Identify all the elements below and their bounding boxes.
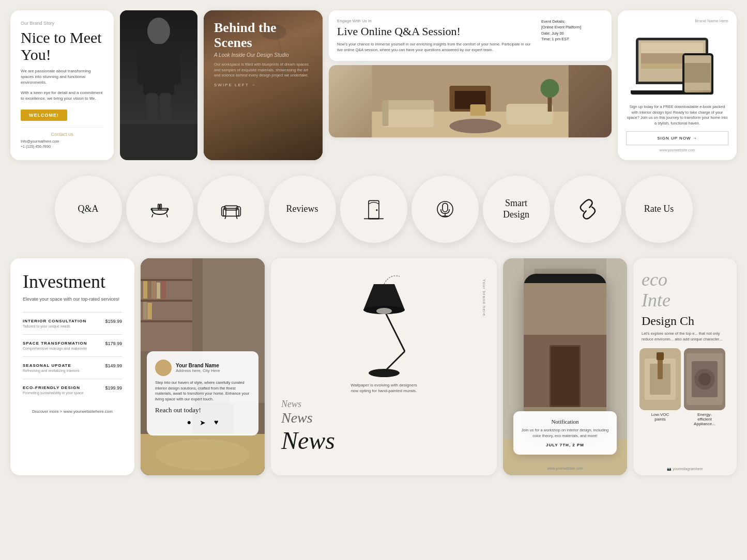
eco-label-2: Energy-efficientAppliance... bbox=[684, 410, 725, 426]
circle-qa[interactable]: Q&A bbox=[55, 176, 122, 243]
instagram-footer: 📷 yourinstagramhere bbox=[633, 467, 737, 471]
row2-circles: Q&A Review bbox=[10, 170, 737, 248]
svg-line-70 bbox=[384, 310, 405, 351]
qa-title: Live Online Q&A Session! bbox=[337, 25, 535, 38]
circle-link[interactable] bbox=[554, 176, 621, 243]
svg-rect-33 bbox=[151, 208, 168, 210]
circle-door[interactable] bbox=[340, 176, 407, 243]
tablet-content bbox=[684, 55, 710, 90]
svg-rect-5 bbox=[160, 93, 171, 119]
person-svg bbox=[133, 10, 185, 124]
circle-bathtub[interactable] bbox=[126, 176, 193, 243]
card-eco: eco Inte Design Ch Let's explore some of… bbox=[633, 258, 737, 475]
contact-phone: +1 (123) 456-7890 bbox=[21, 144, 103, 150]
share-icon[interactable]: ➤ bbox=[200, 418, 206, 427]
meet-body1: We are passionate about transforming spa… bbox=[21, 68, 103, 86]
svg-point-67 bbox=[156, 439, 249, 470]
eco-body: Let's explore some of the top e... that … bbox=[633, 331, 737, 348]
eco-title: eco Inte bbox=[633, 258, 737, 314]
signup-button[interactable]: SIGN UP NOW → bbox=[626, 131, 728, 145]
person-photo bbox=[120, 10, 197, 160]
main-container: Our Brand Story Nice to Meet You! We are… bbox=[0, 0, 747, 486]
card-meet: Our Brand Story Nice to Meet You! We are… bbox=[10, 10, 114, 160]
heart-icon[interactable]: ♥ bbox=[214, 418, 218, 427]
eco-photo-2 bbox=[684, 348, 725, 410]
energy-svg bbox=[684, 348, 725, 410]
behind-heading: Behind the Scenes bbox=[214, 21, 312, 50]
social-icons: ● ➤ ♥ bbox=[155, 418, 250, 427]
reach-out: Reach out today! bbox=[155, 406, 250, 414]
inv-price-1: $159.99 bbox=[105, 319, 122, 324]
circle-reviews-label: Reviews bbox=[286, 204, 318, 215]
circle-reviews[interactable]: Reviews bbox=[269, 176, 336, 243]
investment-title: Investment bbox=[23, 271, 122, 292]
svg-point-72 bbox=[369, 369, 400, 377]
card-investment: Investment Elevate your space with our t… bbox=[10, 258, 134, 475]
circle-rate-us[interactable]: Rate Us bbox=[626, 176, 693, 243]
svg-rect-61 bbox=[161, 281, 166, 299]
inv-desc-2: Comprehensive redesign and makeover bbox=[23, 347, 87, 350]
card-behind-content: Behind the Scenes A Look Inside Our Desi… bbox=[204, 10, 323, 98]
circle-smart-design[interactable]: SmartDesign bbox=[483, 176, 550, 243]
svg-rect-62 bbox=[143, 302, 147, 319]
svg-rect-2 bbox=[137, 45, 147, 84]
inv-price-2: $179.99 bbox=[105, 341, 122, 346]
brand-address: Address here, City Here bbox=[176, 368, 220, 373]
inv-label-4: ECO-FRIENDLY DESIGN bbox=[23, 385, 84, 390]
brand-card-header: Your Brand Name Address here, City Here bbox=[155, 360, 250, 376]
inv-desc-3: Refreshing and revitalizing interiors bbox=[23, 369, 79, 372]
phone-website-footer: www.yourwebsite.com bbox=[503, 466, 627, 470]
svg-rect-20 bbox=[383, 100, 434, 110]
svg-line-35 bbox=[166, 214, 167, 217]
svg-rect-4 bbox=[146, 93, 158, 119]
investment-item-1: INTERIOR CONSULTATION Tailored to your u… bbox=[23, 312, 122, 334]
circle-rate-us-label: Rate Us bbox=[644, 204, 674, 215]
circle-sofa[interactable] bbox=[197, 176, 265, 243]
inv-label-2: SPACE TRANSFORMATION bbox=[23, 341, 87, 346]
behind-body: Our workspace is filled with blueprints … bbox=[214, 62, 312, 79]
circle-mic[interactable] bbox=[411, 176, 479, 243]
svg-rect-58 bbox=[148, 282, 151, 299]
svg-point-25 bbox=[541, 79, 559, 98]
card-behind: Behind the Scenes A Look Inside Our Desi… bbox=[204, 10, 323, 160]
svg-point-73 bbox=[376, 308, 392, 314]
meet-headline: Nice to Meet You! bbox=[21, 29, 103, 63]
eco-heading: Design Ch bbox=[633, 314, 737, 328]
like-icon[interactable]: ● bbox=[187, 418, 191, 427]
behind-subtitle: A Look Inside Our Design Studio bbox=[214, 52, 312, 58]
svg-rect-3 bbox=[170, 45, 180, 84]
news-small: News bbox=[281, 399, 486, 410]
svg-point-92 bbox=[698, 373, 711, 385]
welcome-button[interactable]: WELCOME! bbox=[21, 110, 67, 121]
investment-discover: Discover more > www.yourwebsitehere.com bbox=[23, 409, 122, 414]
contact-label[interactable]: Contact us bbox=[21, 132, 103, 137]
svg-rect-57 bbox=[143, 281, 147, 299]
door-icon bbox=[361, 196, 387, 222]
svg-rect-56 bbox=[141, 320, 192, 322]
room-photo bbox=[329, 65, 612, 137]
brand-vertical: Your brand here. bbox=[482, 279, 486, 318]
eco-photo-item-2: Energy-efficientAppliance... bbox=[684, 348, 725, 426]
meet-body2: With a keen eye for detail and a commitm… bbox=[21, 90, 103, 101]
inv-label-1: INTERIOR CONSULTATION bbox=[23, 319, 86, 323]
sofa-icon bbox=[218, 196, 244, 222]
eco-label-1: Low-VOCpaints bbox=[639, 410, 681, 422]
svg-rect-55 bbox=[141, 300, 192, 302]
svg-line-71 bbox=[384, 351, 405, 372]
wallpaper-text: Wallpaper is evolving with designers now… bbox=[348, 382, 420, 394]
inv-price-3: $149.99 bbox=[105, 363, 122, 368]
brand-avatar bbox=[155, 360, 172, 376]
investment-item-3: SEASONAL UPDATE Refreshing and revitaliz… bbox=[23, 356, 122, 379]
tablet-screen bbox=[684, 55, 711, 92]
bathtub-icon bbox=[147, 196, 173, 222]
svg-rect-60 bbox=[157, 283, 160, 299]
svg-rect-59 bbox=[151, 281, 156, 299]
brand-story-label: Our Brand Story bbox=[21, 21, 103, 26]
svg-rect-23 bbox=[507, 104, 553, 125]
qa-left: Engage With Us In Live Online Q&A Sessio… bbox=[337, 19, 535, 53]
svg-rect-82 bbox=[551, 347, 579, 406]
inv-desc-1: Tailored to your unique needs bbox=[23, 324, 86, 328]
svg-line-34 bbox=[152, 214, 153, 217]
notif-date: JULY 7TH, 2 PM bbox=[521, 443, 609, 447]
qa-right: Event Details: [Online Event Platform] D… bbox=[541, 19, 603, 53]
